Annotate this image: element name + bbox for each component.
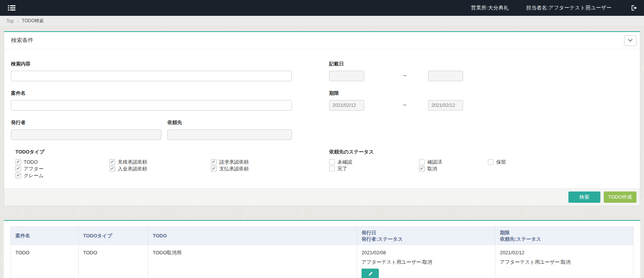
search-button[interactable]: 検索: [568, 191, 600, 203]
requestee-label: 依頼先: [167, 119, 292, 126]
column-header: 発行日発行者:ステータス: [357, 227, 495, 245]
column-header: 案件名: [11, 227, 79, 245]
requestee-status-checkboxes: 未確認完了確認済✔取消保留: [329, 159, 541, 172]
breadcrumb-home-link[interactable]: Top: [6, 18, 14, 24]
checkbox-option-確認済[interactable]: 確認済: [419, 159, 488, 165]
checkbox-option-未確認[interactable]: 未確認: [329, 159, 419, 165]
checkbox-option-入金承認依頼[interactable]: ✔入金承認依頼: [109, 166, 211, 172]
collapse-panel-button[interactable]: [624, 35, 636, 46]
search-content-input[interactable]: [11, 71, 292, 81]
checkbox-option-完了[interactable]: 完了: [329, 166, 419, 172]
search-conditions-panel: 検索条件 検索内容 記載日 ~: [4, 31, 640, 206]
todo-type-checkboxes: ✔TODO✔アフター✔クレーム✔見積承認依頼✔入金承認依頼✔請求承認依頼✔支払承…: [15, 159, 292, 179]
cell-text: 2021/02/12: [500, 250, 629, 256]
deadline-label: 期限: [329, 90, 463, 97]
written-date-from-input[interactable]: [329, 71, 364, 81]
cell-text: 2021/02/08: [361, 250, 491, 256]
todo-type-group: TODOタイプ ✔TODO✔アフター✔クレーム✔見積承認依頼✔入金承認依頼✔請求…: [11, 149, 292, 179]
pencil-icon: [368, 272, 373, 276]
cell-text: TODO取消用: [153, 250, 352, 256]
checkbox-checked-icon[interactable]: ✔: [109, 159, 115, 165]
issuer-input[interactable]: [11, 129, 161, 140]
checkbox-label: 入金承認依頼: [118, 166, 147, 172]
todo-create-button[interactable]: TODO作成: [604, 191, 636, 203]
logout-button[interactable]: [631, 5, 638, 11]
cell-todo-type: TODO: [79, 245, 148, 278]
cell-text: TODO: [15, 250, 74, 256]
checkbox-label: 完了: [337, 166, 347, 172]
sign-out-icon: [631, 5, 638, 11]
results-table-body: TODOTODOTODO取消用2021/02/08アフターテスト用ユーザー:取消…: [11, 245, 633, 278]
cell-deadline: 2021/02/12アフターテスト用ユーザー:取消: [495, 245, 633, 278]
checkbox-column: ✔請求承認依頼✔支払承認依頼: [211, 159, 286, 179]
cell-text: TODO: [83, 250, 143, 256]
project-name-label: 案件名: [11, 90, 292, 97]
checkbox-checked-icon[interactable]: ✔: [15, 173, 21, 178]
checkbox-checked-icon[interactable]: ✔: [419, 166, 425, 172]
results-panel: 案件名TODOタイプTODO発行日発行者:ステータス期限依頼先:ステータス TO…: [4, 220, 640, 278]
breadcrumb: Top › TODO検索: [0, 16, 644, 26]
top-navbar: 営業所:大分典礼 担当者名:アフターテスト用ユーザー: [0, 0, 644, 16]
checkbox-label: クレーム: [24, 172, 44, 179]
menu-button[interactable]: [6, 3, 17, 13]
checkbox-column: 確認済✔取消: [419, 159, 488, 172]
checkbox-label: 見積承認依頼: [118, 159, 147, 166]
checkbox-option-支払承認依頼[interactable]: ✔支払承認依頼: [211, 166, 286, 172]
breadcrumb-current: TODO検索: [22, 18, 44, 24]
menu-list-icon: [8, 5, 15, 11]
office-label: 営業所:大分典礼: [471, 5, 509, 11]
deadline-from-input[interactable]: [329, 100, 364, 111]
checkbox-option-クレーム[interactable]: ✔クレーム: [15, 172, 109, 179]
checkbox-unchecked-icon[interactable]: [329, 166, 335, 172]
checkbox-column: 未確認完了: [329, 159, 419, 172]
todo-type-group-label: TODOタイプ: [15, 149, 292, 155]
issuer-label: 発行者: [11, 119, 161, 126]
column-header: 期限依頼先:ステータス: [495, 227, 633, 245]
checkbox-label: 支払承認依頼: [219, 166, 249, 172]
breadcrumb-separator: ›: [17, 19, 18, 23]
chevron-down-icon: [628, 39, 633, 42]
date-range-separator: ~: [403, 72, 407, 80]
cell-text: アフターテスト用ユーザー:取消: [500, 259, 629, 265]
checkbox-unchecked-icon[interactable]: [419, 159, 425, 165]
checkbox-column: 保留: [488, 159, 541, 172]
date-range-separator: ~: [403, 102, 407, 109]
column-header: TODO: [148, 227, 357, 245]
requestee-status-group-label: 依頼先のステータス: [329, 149, 541, 155]
search-panel-header: 検索条件: [4, 32, 640, 49]
deadline-to-input[interactable]: [428, 100, 463, 111]
checkbox-label: アフター: [24, 166, 44, 172]
checkbox-checked-icon[interactable]: ✔: [15, 159, 21, 165]
requestee-input[interactable]: [167, 129, 292, 140]
checkbox-label: TODO: [24, 159, 38, 165]
cell-text: アフターテスト用ユーザー:取消: [361, 259, 491, 265]
search-content-label: 検索内容: [11, 61, 292, 67]
checkbox-label: 保留: [496, 159, 506, 166]
checkbox-option-請求承認依頼[interactable]: ✔請求承認依頼: [211, 159, 286, 165]
search-form: 検索内容 記載日 ~ 案件名 期限 ~: [4, 49, 640, 179]
checkbox-checked-icon[interactable]: ✔: [211, 159, 217, 165]
cell-project: TODO: [11, 245, 79, 278]
checkbox-checked-icon[interactable]: ✔: [211, 166, 217, 172]
search-panel-title: 検索条件: [11, 37, 33, 44]
table-row: TODOTODOTODO取消用2021/02/08アフターテスト用ユーザー:取消…: [11, 245, 633, 278]
written-date-to-input[interactable]: [428, 71, 463, 81]
project-name-input[interactable]: [11, 100, 292, 111]
checkbox-checked-icon[interactable]: ✔: [15, 166, 21, 172]
checkbox-option-TODO[interactable]: ✔TODO: [15, 159, 109, 165]
written-date-label: 記載日: [329, 61, 463, 67]
edit-todo-button[interactable]: [361, 269, 379, 278]
checkbox-unchecked-icon[interactable]: [488, 159, 494, 165]
checkbox-label: 取消: [427, 166, 437, 172]
table-header-row: 案件名TODOタイプTODO発行日発行者:ステータス期限依頼先:ステータス: [11, 227, 633, 245]
checkbox-checked-icon[interactable]: ✔: [109, 166, 115, 172]
checkbox-option-取消[interactable]: ✔取消: [419, 166, 488, 172]
checkbox-option-アフター[interactable]: ✔アフター: [15, 166, 109, 172]
checkbox-option-保留[interactable]: 保留: [488, 159, 541, 165]
checkbox-unchecked-icon[interactable]: [329, 159, 335, 165]
results-table: 案件名TODOタイプTODO発行日発行者:ステータス期限依頼先:ステータス TO…: [11, 226, 633, 278]
checkbox-label: 未確認: [337, 159, 352, 166]
checkbox-option-見積承認依頼[interactable]: ✔見積承認依頼: [109, 159, 211, 165]
cell-todo: TODO取消用: [148, 245, 357, 278]
requestee-status-group: 依頼先のステータス 未確認完了確認済✔取消保留: [329, 149, 541, 172]
